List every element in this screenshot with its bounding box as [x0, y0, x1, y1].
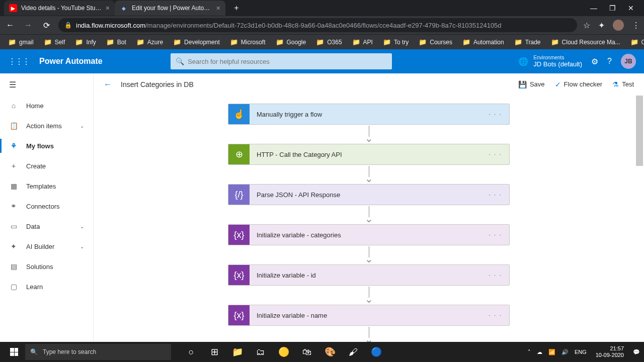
tab-close-icon[interactable]: × [216, 4, 220, 12]
sidebar-item-home[interactable]: ⌂Home [0, 96, 93, 116]
tab-close-icon[interactable]: × [106, 4, 110, 12]
start-button[interactable] [4, 342, 24, 362]
flow-step-0[interactable]: ☝Manually trigger a flow· · · [228, 104, 510, 125]
bookmark-3[interactable]: 📁Bot [102, 38, 130, 46]
address-bar[interactable]: 🔒 india.flow.microsoft.com/manage/enviro… [58, 18, 577, 32]
search-input[interactable] [171, 53, 392, 69]
search-placeholder: Type here to search [43, 348, 96, 355]
sidebar-icon: ✦ [9, 242, 18, 250]
step-menu-button[interactable]: · · · [481, 151, 509, 158]
bookmark-14[interactable]: 📁Cloud Resource Ma... [547, 38, 624, 46]
onedrive-icon[interactable]: ☁ [537, 349, 542, 355]
step-menu-button[interactable]: · · · [481, 231, 509, 238]
reload-button[interactable]: ⟳ [40, 21, 52, 30]
back-arrow-button[interactable]: ← [104, 80, 112, 89]
step-menu-button[interactable]: · · · [481, 111, 509, 118]
browser-tab-1[interactable]: ◆ Edit your flow | Power Automate × [115, 1, 225, 16]
sidebar-item-templates[interactable]: ▦Templates [0, 176, 93, 196]
lang-indicator[interactable]: ENG [575, 349, 587, 355]
flow-canvas[interactable]: ☝Manually trigger a flow· · ·⌄⊕HTTP - Ca… [94, 96, 644, 342]
connector-arrow[interactable]: ⌄ [365, 205, 373, 224]
wifi-icon[interactable]: 📶 [548, 349, 555, 355]
bookmark-0[interactable]: 📁gmail [4, 38, 38, 46]
environment-picker[interactable]: 🌐 Environments JD Bots (default) [518, 55, 582, 68]
bookmark-11[interactable]: 📁Courses [415, 38, 456, 46]
bookmark-10[interactable]: 📁To try [379, 38, 413, 46]
tray-chevron-icon[interactable]: ˄ [528, 349, 531, 355]
sidebar-item-my-flows[interactable]: ⚘My flows [0, 136, 93, 156]
bookmark-13[interactable]: 📁Trade [510, 38, 545, 46]
app-icon-1[interactable]: 🗂 [250, 342, 272, 362]
sidebar-item-ai-builder[interactable]: ✦AI Builder⌄ [0, 236, 93, 256]
taskview-icon[interactable]: ⊞ [203, 342, 225, 362]
menu-icon[interactable]: ⋮ [632, 21, 640, 30]
store-icon[interactable]: 🛍 [296, 342, 318, 362]
window-controls: ― ❐ ✕ [590, 4, 640, 12]
sidebar-item-connectors[interactable]: ⚭Connectors [0, 196, 93, 216]
connector-arrow[interactable]: ⌄ [365, 165, 373, 184]
app-launcher-icon[interactable]: ⋮⋮⋮ [8, 57, 29, 66]
sidebar-item-learn[interactable]: ▢Learn [0, 277, 93, 297]
sidebar-item-action-items[interactable]: 📋Action items⌄ [0, 116, 93, 136]
bookmark-12[interactable]: 📁Automation [458, 38, 508, 46]
app-icon-2[interactable]: 🖌 [342, 342, 364, 362]
bookmark-6[interactable]: 📁Microsoft [226, 38, 270, 46]
notifications-icon[interactable]: 💬 [633, 349, 640, 355]
sidebar-toggle[interactable]: ☰ [0, 73, 93, 96]
bookmark-15[interactable]: 📁OpenHack [626, 38, 644, 46]
flow-step-4[interactable]: {x}Initialize variable - id· · · [228, 264, 510, 286]
bookmark-8[interactable]: 📁O365 [312, 38, 346, 46]
user-avatar[interactable]: JB [621, 54, 636, 69]
minimize-button[interactable]: ― [590, 4, 597, 12]
bookmark-9[interactable]: 📁API [348, 38, 377, 46]
brand-title[interactable]: Power Automate [39, 57, 103, 66]
connector-arrow[interactable]: ⌄ [365, 286, 373, 305]
chrome-icon[interactable]: 🟡 [273, 342, 295, 362]
step-menu-button[interactable]: · · · [481, 312, 509, 319]
bookmark-1[interactable]: 📁Self [40, 38, 69, 46]
sidebar-item-create[interactable]: +Create [0, 156, 93, 176]
cortana-icon[interactable]: ○ [180, 342, 202, 362]
test-button[interactable]: ⚗Test [612, 80, 634, 88]
step-icon: {/} [228, 184, 250, 205]
flow-checker-button[interactable]: ✓Flow checker [555, 80, 603, 88]
connector-arrow[interactable]: ⌄ [365, 326, 373, 342]
bookmark-7[interactable]: 📁Google [272, 38, 310, 46]
extensions-icon[interactable]: ✦ [598, 21, 605, 30]
paint-icon[interactable]: 🎨 [319, 342, 341, 362]
save-button[interactable]: 💾Save [518, 80, 545, 88]
close-window-button[interactable]: ✕ [628, 4, 634, 12]
back-button[interactable]: ← [4, 21, 16, 30]
flow-step-2[interactable]: {/}Parse JSON - API Response· · · [228, 184, 510, 205]
flow-name[interactable]: Insert Categories in DB [121, 80, 194, 88]
sidebar-item-data[interactable]: ▭Data⌄ [0, 216, 93, 236]
bookmark-5[interactable]: 📁Development [169, 38, 224, 46]
flow-step-1[interactable]: ⊕HTTP - Call the Category API· · · [228, 144, 510, 165]
step-menu-button[interactable]: · · · [481, 191, 509, 198]
help-icon[interactable]: ? [607, 57, 612, 66]
connector-arrow[interactable]: ⌄ [365, 245, 373, 264]
flow-step-5[interactable]: {x}Initialize variable - name· · · [228, 305, 510, 326]
bookmark-2[interactable]: 📁Infy [71, 38, 100, 46]
connector-arrow[interactable]: ⌄ [365, 125, 373, 144]
maximize-button[interactable]: ❐ [609, 4, 616, 12]
sound-icon[interactable]: 🔊 [561, 349, 569, 355]
scrollbar[interactable] [636, 96, 643, 342]
sidebar-icon: ⌂ [9, 102, 18, 110]
edge-icon[interactable]: 🔵 [365, 342, 387, 362]
bookmark-4[interactable]: 📁Azure [132, 38, 167, 46]
step-menu-button[interactable]: · · · [481, 272, 509, 279]
taskbar-search[interactable]: 🔍 Type here to search [25, 344, 171, 360]
forward-button[interactable]: → [22, 21, 34, 30]
profile-avatar[interactable] [613, 20, 624, 31]
star-icon[interactable]: ☆ [583, 21, 590, 30]
new-tab-button[interactable]: + [229, 1, 244, 15]
pa-favicon: ◆ [120, 4, 128, 12]
settings-icon[interactable]: ⚙ [591, 57, 598, 66]
sidebar-item-solutions[interactable]: ▤Solutions [0, 256, 93, 277]
explorer-icon[interactable]: 📁 [226, 342, 249, 362]
flow-step-3[interactable]: {x}Initialize variable - categories· · · [228, 224, 510, 245]
browser-tab-0[interactable]: ▶ Video details - YouTube Studio × [4, 1, 115, 16]
bookmarks-bar: 📁gmail📁Self📁Infy📁Bot📁Azure📁Development📁M… [0, 34, 644, 49]
clock[interactable]: 21:57 10-09-2020 [593, 345, 627, 358]
